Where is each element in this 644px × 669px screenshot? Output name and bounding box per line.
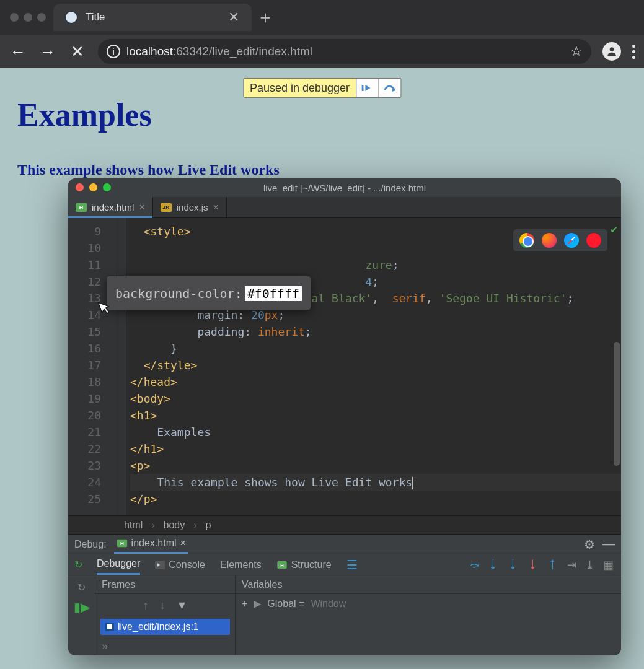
rendered-page: Paused in debugger Examples This example… bbox=[0, 68, 644, 669]
debug-sidebar: ↻ ▮▶ bbox=[68, 575, 95, 655]
close-icon[interactable]: × bbox=[180, 538, 186, 549]
sync-icon[interactable]: ↻ bbox=[75, 580, 89, 594]
more-frames-icon[interactable]: » bbox=[95, 637, 235, 655]
debug-header: Debug: H index.html × ⚙ — bbox=[68, 535, 621, 554]
safari-icon[interactable] bbox=[564, 233, 579, 248]
filter-icon[interactable]: ▼ bbox=[177, 599, 188, 612]
debug-body: ↻ ▮▶ Frames ↑ ↓ ▼ live_edit/index.js:1 » bbox=[68, 575, 621, 655]
ide-tab-label: index.js bbox=[177, 202, 208, 212]
stop-reload-button[interactable]: ✕ bbox=[68, 42, 87, 61]
expand-icon[interactable]: ▶ bbox=[254, 598, 261, 610]
step-into-icon[interactable]: ⭣ bbox=[488, 558, 499, 572]
gear-icon[interactable]: ⚙ bbox=[584, 537, 595, 552]
ide-tab-label: index.html bbox=[92, 202, 134, 212]
maximize-window-dot[interactable] bbox=[37, 13, 46, 22]
bookmark-star-icon[interactable]: ☆ bbox=[570, 43, 583, 59]
debug-config-name: index.html bbox=[131, 538, 177, 549]
ide-zoom-icon[interactable] bbox=[103, 183, 111, 191]
frame-controls: ↑ ↓ ▼ bbox=[95, 594, 235, 616]
debugger-step-button[interactable] bbox=[378, 79, 400, 97]
html-file-icon: H bbox=[76, 203, 87, 212]
open-in-browser-bar bbox=[513, 229, 607, 251]
console-tab[interactable]: Console bbox=[155, 559, 205, 571]
debug-tool-window: Debug: H index.html × ⚙ — ↻ Debugger Con… bbox=[68, 534, 621, 655]
svg-point-0 bbox=[610, 47, 614, 51]
breadcrumb-item[interactable]: p bbox=[206, 520, 211, 531]
step-over-icon[interactable]: ⤼ bbox=[470, 558, 479, 572]
frame-down-icon[interactable]: ↓ bbox=[160, 599, 165, 612]
elements-tab[interactable]: Elements bbox=[220, 559, 262, 571]
firefox-icon[interactable] bbox=[542, 233, 557, 248]
evaluate-icon[interactable]: ⤓ bbox=[585, 558, 594, 572]
run-to-cursor-icon[interactable]: ⇥ bbox=[567, 558, 576, 572]
tooltip-property: background-color: bbox=[115, 286, 242, 301]
step-out-icon[interactable]: ⭡ bbox=[547, 558, 558, 572]
svg-rect-7 bbox=[107, 624, 112, 629]
ide-file-tabs: H index.html × JS index.js × bbox=[68, 197, 621, 218]
close-tab-button[interactable]: ✕ bbox=[227, 11, 240, 24]
new-tab-button[interactable]: ＋ bbox=[252, 4, 279, 31]
calculator-icon[interactable]: ▦ bbox=[603, 558, 614, 572]
tab-title: Title bbox=[86, 11, 105, 24]
debugger-tab[interactable]: Debugger bbox=[97, 554, 140, 575]
debugger-message: Paused in debugger bbox=[244, 79, 356, 97]
ide-close-icon[interactable] bbox=[76, 183, 84, 191]
breadcrumb-item[interactable]: html bbox=[124, 520, 143, 531]
html-file-icon: H bbox=[117, 540, 126, 548]
forward-button[interactable]: → bbox=[38, 42, 57, 61]
favicon-icon bbox=[64, 11, 78, 24]
opera-icon[interactable] bbox=[586, 233, 601, 248]
debug-config-tab[interactable]: H index.html × bbox=[114, 535, 188, 554]
add-watch-icon[interactable]: + bbox=[242, 598, 247, 610]
rerun-icon[interactable]: ↻ bbox=[74, 559, 82, 571]
window-controls bbox=[6, 13, 53, 22]
chevron-right-icon: › bbox=[151, 520, 154, 531]
code-editor[interactable]: <style> zure; 4; font-family: 'Arial Bla… bbox=[126, 218, 621, 515]
address-host: localhost bbox=[126, 45, 173, 58]
fold-column bbox=[115, 218, 126, 515]
tab-strip: Title ✕ ＋ bbox=[0, 0, 644, 35]
stack-frame[interactable]: live_edit/index.js:1 bbox=[100, 619, 230, 635]
resume-icon[interactable]: ▮▶ bbox=[75, 600, 89, 614]
frames-header: Frames bbox=[95, 575, 235, 594]
frames-panel: Frames ↑ ↓ ▼ live_edit/index.js:1 » bbox=[95, 575, 236, 655]
step-into-icon[interactable]: ⭣ bbox=[508, 558, 519, 572]
html-file-icon: H bbox=[277, 561, 286, 569]
debugger-resume-button[interactable] bbox=[356, 79, 378, 97]
step-controls: ⤼ ⭣ ⭣ ⭣ ⭡ ⇥ ⤓ ▦ bbox=[470, 558, 614, 572]
structure-tab[interactable]: H Structure bbox=[276, 559, 332, 571]
debug-label: Debug: bbox=[74, 539, 107, 550]
svg-marker-2 bbox=[366, 85, 371, 91]
close-window-dot[interactable] bbox=[10, 13, 19, 22]
force-step-icon[interactable]: ⭣ bbox=[527, 558, 539, 572]
minimize-window-dot[interactable] bbox=[24, 13, 32, 22]
analysis-ok-icon[interactable]: ✔ bbox=[611, 221, 617, 237]
tooltip-value: #f0ffff bbox=[245, 286, 302, 301]
back-button[interactable]: ← bbox=[9, 42, 27, 61]
chrome-icon[interactable] bbox=[519, 233, 534, 248]
ide-minimize-icon[interactable] bbox=[89, 183, 97, 191]
ide-window-controls bbox=[76, 183, 111, 191]
ide-tab-index-html[interactable]: H index.html × bbox=[68, 197, 153, 217]
nav-bar: ← → ✕ i localhost:63342/live_edit/index.… bbox=[0, 35, 644, 68]
browser-tab[interactable]: Title ✕ bbox=[53, 4, 252, 31]
ide-title: live_edit [~/WS/live_edit] - .../index.h… bbox=[263, 183, 426, 193]
browser-menu-button[interactable] bbox=[632, 45, 635, 59]
variable-row[interactable]: + ▶ Global = Window bbox=[236, 594, 621, 613]
debug-tabs: ↻ Debugger Console Elements H Structure … bbox=[68, 554, 621, 575]
frame-up-icon[interactable]: ↑ bbox=[143, 599, 149, 612]
ide-tab-index-js[interactable]: JS index.js × bbox=[153, 197, 227, 217]
profile-icon[interactable] bbox=[602, 42, 621, 61]
close-tab-icon[interactable]: × bbox=[213, 202, 219, 213]
ide-titlebar: live_edit [~/WS/live_edit] - .../index.h… bbox=[68, 178, 621, 197]
editor-area[interactable]: 910111213141516171819202122232425 <style… bbox=[68, 218, 621, 515]
editor-scrollbar[interactable] bbox=[614, 342, 620, 466]
layout-icon[interactable]: ☰ bbox=[346, 558, 358, 572]
site-info-icon[interactable]: i bbox=[107, 45, 120, 58]
close-tab-icon[interactable]: × bbox=[139, 202, 144, 213]
hide-panel-icon[interactable]: — bbox=[602, 537, 615, 551]
address-path: :63342/live_edit/index.html bbox=[173, 45, 312, 58]
breadcrumb-item[interactable]: body bbox=[164, 520, 185, 531]
address-text: localhost:63342/live_edit/index.html bbox=[126, 45, 564, 58]
address-bar[interactable]: i localhost:63342/live_edit/index.html ☆ bbox=[98, 39, 591, 64]
